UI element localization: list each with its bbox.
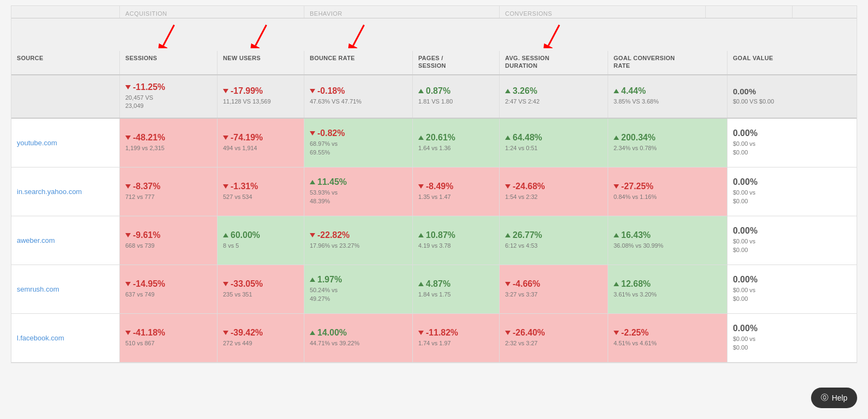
newusers-arrow-icon bbox=[250, 24, 272, 48]
pages-cell: 20.61% 1.64 vs 1.36 bbox=[413, 119, 500, 167]
avgsession-sub: 6:12 vs 4:53 bbox=[505, 242, 602, 250]
col-header-newusers: NEW USERS bbox=[218, 51, 304, 74]
col-header-goalvalue: GOAL VALUE bbox=[727, 51, 814, 74]
goalvalue-arrow-cell bbox=[727, 18, 814, 51]
sessions-sub: 510 vs 867 bbox=[125, 339, 212, 347]
down-triangle-icon bbox=[125, 136, 131, 140]
sessions-sub: 668 vs 739 bbox=[125, 242, 212, 250]
avgsession-cell: 64.48% 1:24 vs 0:51 bbox=[500, 119, 608, 167]
pages-sub: 1.74 vs 1.97 bbox=[418, 339, 494, 347]
down-triangle-icon bbox=[418, 331, 424, 335]
avgsession-arrow-icon bbox=[543, 24, 565, 48]
summary-pages-pct: 0.87% bbox=[418, 86, 494, 96]
down-triangle-icon bbox=[505, 331, 510, 335]
newusers-pct: 60.00% bbox=[223, 230, 298, 240]
col-header-pages: PAGES /SESSION bbox=[413, 51, 500, 74]
goalconversion-sub: 3.61% vs 3.20% bbox=[614, 291, 722, 299]
svg-line-1 bbox=[163, 25, 174, 46]
table-row: aweber.com -9.61% 668 vs 739 60.00% 8 vs… bbox=[11, 216, 857, 265]
goalvalue-sub: $0.00 vs$0.00 bbox=[733, 286, 809, 303]
up-triangle-icon bbox=[418, 136, 424, 140]
newusers-sub: 235 vs 351 bbox=[223, 291, 298, 299]
avgsession-cell: 26.77% 6:12 vs 4:53 bbox=[500, 216, 608, 265]
avgsession-pct: 64.48% bbox=[505, 133, 602, 143]
down-triangle-icon bbox=[125, 184, 131, 189]
summary-sessions-pct: -11.25% bbox=[125, 82, 212, 92]
summary-bouncerate-cell: -0.18% 47.63% VS 47.71% bbox=[304, 75, 413, 118]
source-cell[interactable]: semrush.com bbox=[11, 265, 120, 313]
source-cell[interactable]: aweber.com bbox=[11, 216, 120, 265]
goalconversion-sub: 36.08% vs 30.99% bbox=[614, 242, 722, 250]
svg-line-3 bbox=[256, 25, 266, 46]
up-triangle-icon bbox=[310, 180, 315, 184]
sessions-cell: -9.61% 668 vs 739 bbox=[120, 216, 218, 265]
pages-cell: -11.82% 1.74 vs 1.97 bbox=[413, 314, 500, 362]
goalvalue-pct: 0.00% bbox=[733, 177, 809, 187]
source-cell[interactable]: youtube.com bbox=[11, 119, 120, 167]
goalvalue-sub: $0.00 vs$0.00 bbox=[733, 140, 809, 157]
newusers-cell: -1.31% 527 vs 534 bbox=[218, 167, 304, 216]
bouncerate-sub: 17.96% vs 23.27% bbox=[310, 242, 407, 250]
goalconversion-sub: 4.51% vs 4.61% bbox=[614, 339, 722, 347]
goalvalue-sub: $0.00 vs$0.00 bbox=[733, 189, 809, 205]
avgsession-cell: -4.66% 3:27 vs 3:37 bbox=[500, 265, 608, 313]
up-triangle-icon bbox=[505, 136, 510, 140]
sessions-arrow-cell bbox=[120, 18, 218, 51]
up-triangle-icon bbox=[614, 89, 619, 93]
summary-goalconversion-pct: 4.44% bbox=[614, 86, 722, 96]
pages-cell: 4.87% 1.84 vs 1.75 bbox=[413, 265, 500, 313]
summary-avgsession-sub: 2:47 VS 2:42 bbox=[505, 98, 602, 106]
bouncerate-pct: 11.45% bbox=[310, 177, 407, 187]
sessions-pct: -8.37% bbox=[125, 182, 212, 191]
sessions-pct: -14.95% bbox=[125, 279, 212, 289]
summary-goalvalue-sub: $0.00 VS $0.00 bbox=[733, 98, 809, 106]
avgsession-arrow-cell bbox=[500, 18, 608, 51]
newusers-sub: 527 vs 534 bbox=[223, 193, 298, 201]
avgsession-cell: -26.40% 2:32 vs 3:27 bbox=[500, 314, 608, 362]
summary-goalvalue-pct: 0.00% bbox=[733, 87, 809, 96]
summary-newusers-pct: -17.99% bbox=[223, 86, 298, 96]
goalconversion-pct: 16.43% bbox=[614, 230, 722, 240]
newusers-cell: -74.19% 494 vs 1,914 bbox=[218, 119, 304, 167]
goalconversion-sub: 2.34% vs 0.78% bbox=[614, 144, 722, 152]
down-triangle-icon bbox=[125, 331, 131, 335]
pages-sub: 1.84 vs 1.75 bbox=[418, 291, 494, 299]
newusers-pct: -1.31% bbox=[223, 182, 298, 191]
pages-sub: 1.35 vs 1.47 bbox=[418, 193, 494, 201]
summary-goalconversion-sub: 3.85% VS 3.68% bbox=[614, 98, 722, 106]
down-triangle-icon bbox=[310, 131, 315, 136]
summary-goalconversion-cell: 4.44% 3.85% VS 3.68% bbox=[608, 75, 727, 118]
down-triangle-icon bbox=[223, 282, 228, 286]
pages-sub: 1.64 vs 1.36 bbox=[418, 144, 494, 152]
sessions-pct: -48.21% bbox=[125, 133, 212, 143]
group-header-row: ACQUISITION BEHAVIOR CONVERSIONS bbox=[11, 6, 857, 18]
up-triangle-icon bbox=[505, 233, 510, 237]
goalvalue-pct: 0.00% bbox=[733, 324, 809, 333]
down-triangle-icon bbox=[125, 282, 131, 286]
goalvalue-sub: $0.00 vs$0.00 bbox=[733, 335, 809, 352]
source-cell[interactable]: in.search.yahoo.com bbox=[11, 167, 120, 216]
source-group-header bbox=[11, 6, 120, 18]
summary-pages-cell: 0.87% 1.81 VS 1.80 bbox=[413, 75, 500, 118]
goalconversion-sub: 0.84% vs 1.16% bbox=[614, 193, 722, 201]
goalvalue-cell: 0.00% $0.00 vs$0.00 bbox=[727, 216, 814, 265]
summary-newusers-sub: 11,128 VS 13,569 bbox=[223, 98, 298, 106]
goalvalue-group-header bbox=[706, 6, 793, 18]
newusers-cell: -39.42% 272 vs 449 bbox=[218, 314, 304, 362]
summary-source-cell bbox=[11, 75, 120, 118]
pages-pct: -11.82% bbox=[418, 328, 494, 338]
summary-row: -11.25% 20,457 VS23,049 -17.99% 11,128 V… bbox=[11, 75, 857, 119]
down-triangle-icon bbox=[505, 282, 510, 286]
col-header-goalconversion: GOAL CONVERSIONRATE bbox=[608, 51, 727, 74]
sessions-sub: 1,199 vs 2,315 bbox=[125, 144, 212, 152]
goalvalue-cell: 0.00% $0.00 vs$0.00 bbox=[727, 119, 814, 167]
newusers-arrow-cell bbox=[218, 18, 304, 51]
table-row: in.search.yahoo.com -8.37% 712 vs 777 -1… bbox=[11, 167, 857, 216]
summary-avgsession-pct: 3.26% bbox=[505, 86, 602, 96]
up-triangle-icon bbox=[310, 278, 315, 282]
down-triangle-icon bbox=[125, 85, 131, 89]
avgsession-sub: 1:24 vs 0:51 bbox=[505, 144, 602, 152]
col-header-avgsession: AVG. SESSIONDURATION bbox=[500, 51, 608, 74]
source-cell[interactable]: l.facebook.com bbox=[11, 314, 120, 362]
up-triangle-icon bbox=[418, 282, 424, 286]
